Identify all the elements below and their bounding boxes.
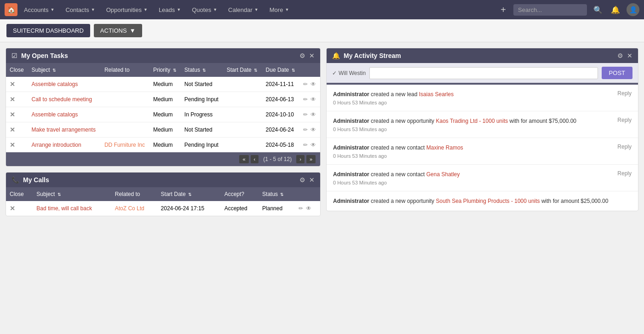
col-priority[interactable]: Priority ⇅ <box>150 63 181 77</box>
activity-time: 0 Hours 53 Minutes ago <box>333 100 632 105</box>
nav-contacts[interactable]: Contacts ▼ <box>61 4 99 16</box>
call-start-date: 2024-06-24 17:15 <box>157 201 221 216</box>
avatar[interactable]: 👤 <box>627 3 639 16</box>
actions-button[interactable]: ACTIONS ▼ <box>94 24 142 37</box>
task-start-date <box>223 107 262 122</box>
view-icon[interactable]: 👁 <box>310 96 316 103</box>
activity-close-icon[interactable]: ✕ <box>627 52 632 59</box>
activity-text-input[interactable] <box>369 67 598 79</box>
task-priority: Medium <box>150 138 181 153</box>
reply-button[interactable]: Reply <box>617 170 632 177</box>
task-due-date: 2024-06-24 <box>262 122 300 138</box>
nav-accounts[interactable]: Accounts ▼ <box>19 4 59 16</box>
nav-leads[interactable]: Leads ▼ <box>154 4 185 16</box>
reply-button[interactable]: Reply <box>617 90 632 97</box>
close-row-button[interactable]: ✕ <box>10 141 15 149</box>
activity-text: Administrator created a new opportunity … <box>333 117 632 125</box>
calls-settings-icon[interactable]: ⚙ <box>299 176 305 184</box>
calls-col-status[interactable]: Status ⇅ <box>259 187 295 201</box>
tasks-close-icon[interactable]: ✕ <box>309 52 315 59</box>
search-input[interactable] <box>513 4 587 16</box>
calls-col-subject[interactable]: Subject ⇅ <box>33 187 111 201</box>
task-subject-link[interactable]: Assemble catalogs <box>32 81 78 87</box>
task-status: Pending Input <box>181 92 223 107</box>
nav-more[interactable]: More ▼ <box>265 4 294 16</box>
activity-settings-icon[interactable]: ⚙ <box>617 52 623 59</box>
page-prev-button[interactable]: ‹ <box>251 155 259 163</box>
view-icon[interactable]: 👁 <box>310 111 316 118</box>
activity-text: Administrator created a new opportunity … <box>333 197 632 205</box>
tasks-settings-icon[interactable]: ⚙ <box>299 52 305 59</box>
task-subject-link[interactable]: Call to schedule meeting <box>32 96 92 103</box>
tasks-title: My Open Tasks <box>21 52 296 59</box>
nav-quotes[interactable]: Quotes ▼ <box>187 4 222 16</box>
calls-col-start-date[interactable]: Start Date ⇅ <box>157 187 221 201</box>
task-subject-link[interactable]: Arrange introduction <box>32 142 81 148</box>
task-start-date <box>223 138 262 153</box>
activity-link[interactable]: Kaos Trading Ltd - 1000 units <box>436 118 508 124</box>
page-next-button[interactable]: › <box>296 155 305 163</box>
table-row: ✕ Assemble catalogs Medium Not Started 2… <box>6 77 320 92</box>
close-call-button[interactable]: ✕ <box>10 205 15 212</box>
view-icon[interactable]: 👁 <box>310 142 316 148</box>
col-due-date[interactable]: Due Date ⇅ <box>262 63 300 77</box>
close-row-button[interactable]: ✕ <box>10 81 15 88</box>
col-status[interactable]: Status ⇅ <box>181 63 223 77</box>
table-row: ✕ Assemble catalogs Medium In Progress 2… <box>6 107 320 122</box>
call-edit-icon[interactable]: ✏ <box>299 205 303 212</box>
activity-list: Administrator created a new lead Isaias … <box>327 85 638 211</box>
nav-opportunities[interactable]: Opportunities ▼ <box>102 4 152 16</box>
accounts-caret-icon: ▼ <box>50 7 54 12</box>
calls-panel: 📞 My Calls ⚙ ✕ Close Subject ⇅ Related t… <box>6 172 321 216</box>
call-view-icon[interactable]: 👁 <box>306 205 311 212</box>
post-button[interactable]: POST <box>602 67 632 79</box>
col-start-date[interactable]: Start Date ⇅ <box>223 63 262 77</box>
activity-link[interactable]: South Sea Plumbing Products - 1000 units <box>436 198 540 204</box>
add-button[interactable]: + <box>498 5 509 15</box>
activity-link[interactable]: Gena Shatley <box>426 171 460 178</box>
call-accept: Accepted <box>221 201 259 216</box>
task-subject-link[interactable]: Assemble catalogs <box>32 111 78 118</box>
reply-button[interactable]: Reply <box>617 144 632 150</box>
search-icon[interactable]: 🔍 <box>592 6 604 14</box>
activity-link[interactable]: Maxine Ramos <box>426 144 463 151</box>
edit-icon[interactable]: ✏ <box>303 142 308 148</box>
col-related: Related to <box>101 63 150 77</box>
view-icon[interactable]: 👁 <box>310 127 316 133</box>
col-subject[interactable]: Subject ⇅ <box>28 63 101 77</box>
dashboard-button[interactable]: SUITECRM DASHBOARD <box>6 24 90 37</box>
view-icon[interactable]: 👁 <box>310 81 316 87</box>
task-status: Not Started <box>181 77 223 92</box>
opportunities-caret-icon: ▼ <box>144 7 148 12</box>
close-row-button[interactable]: ✕ <box>10 111 15 118</box>
edit-icon[interactable]: ✏ <box>303 96 308 103</box>
edit-icon[interactable]: ✏ <box>303 127 308 133</box>
calls-table: Close Subject ⇅ Related to Start Date ⇅ … <box>6 187 320 216</box>
list-item: Administrator created a new opportunity … <box>327 191 638 211</box>
edit-icon[interactable]: ✏ <box>303 81 308 87</box>
task-status: Pending Input <box>181 138 223 153</box>
quotes-caret-icon: ▼ <box>213 7 217 12</box>
calls-col-accept: Accept? <box>221 187 259 201</box>
activity-link[interactable]: Isaias Searles <box>419 91 454 98</box>
nav-calendar[interactable]: Calendar ▼ <box>224 4 263 16</box>
task-subject-link[interactable]: Make travel arrangements <box>32 127 96 133</box>
close-row-button[interactable]: ✕ <box>10 126 15 133</box>
table-row: ✕ Bad time, will call back AtoZ Co Ltd 2… <box>6 201 320 216</box>
task-start-date <box>223 77 262 92</box>
page-first-button[interactable]: « <box>239 155 248 163</box>
edit-icon[interactable]: ✏ <box>303 111 308 118</box>
bell-icon[interactable]: 🔔 <box>609 6 622 14</box>
call-subject-link[interactable]: Bad time, will call back <box>36 205 92 212</box>
reply-button[interactable]: Reply <box>617 117 632 123</box>
task-related-link[interactable]: DD Furniture Inc <box>104 142 145 148</box>
calls-col-related: Related to <box>111 187 157 201</box>
col-actions <box>299 63 320 77</box>
home-button[interactable]: 🏠 <box>5 3 17 16</box>
call-related-link[interactable]: AtoZ Co Ltd <box>115 205 144 212</box>
activity-time: 0 Hours 53 Minutes ago <box>333 153 632 159</box>
calls-close-icon[interactable]: ✕ <box>309 176 315 184</box>
page-last-button[interactable]: » <box>306 155 316 163</box>
close-row-button[interactable]: ✕ <box>10 96 15 103</box>
activity-username: ✓ Will Westin <box>332 70 366 76</box>
